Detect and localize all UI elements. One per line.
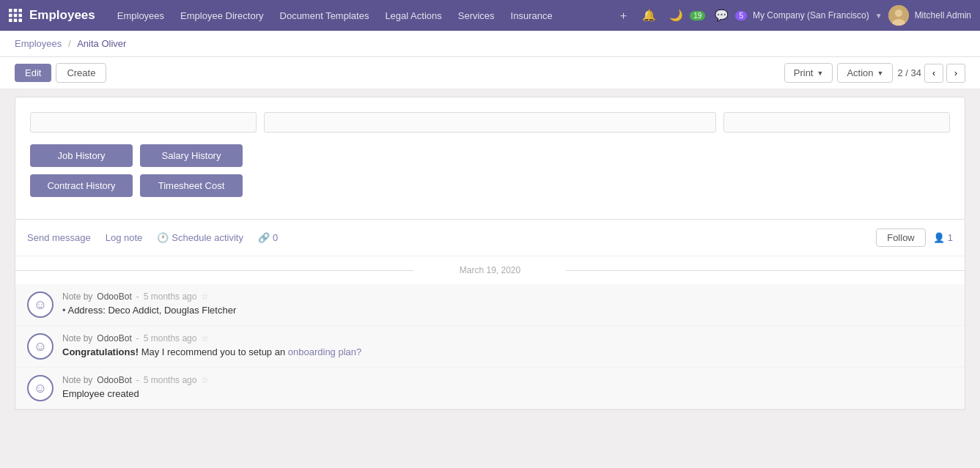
message-text: Employee created — [62, 388, 953, 399]
star-icon[interactable]: ☆ — [201, 375, 209, 385]
pagination-next-button[interactable]: › — [946, 64, 965, 83]
log-note-button[interactable]: Log note — [106, 232, 143, 243]
avatar: ☺ — [27, 333, 54, 360]
message-content: Employee created — [62, 388, 139, 399]
person-icon: 👤 — [933, 232, 945, 243]
top-menu: Employees Employee Directory Document Te… — [110, 6, 615, 26]
follow-button[interactable]: Follow — [876, 229, 926, 247]
svg-rect-5 — [19, 14, 23, 18]
bell-icon[interactable]: 🔔 — [638, 7, 660, 23]
bot-smile-icon: ☺ — [34, 339, 47, 354]
follower-count: 1 — [948, 232, 953, 243]
breadcrumb-parent[interactable]: Employees — [15, 38, 62, 49]
svg-point-10 — [895, 10, 902, 17]
breadcrumb: Employees / Anita Oliver — [0, 31, 980, 57]
message-text: Congratulations! May I recommend you to … — [62, 346, 953, 357]
message-prefix: Note by — [62, 333, 92, 343]
bot-smile-icon: ☺ — [34, 297, 47, 313]
add-icon[interactable]: ＋ — [614, 7, 633, 24]
form-field-stub-3 — [723, 112, 950, 133]
message-item: ☺ Note by OdooBot - 5 months ago ☆ Emplo… — [15, 368, 965, 409]
message-time: - — [136, 375, 139, 385]
company-selector[interactable]: My Company (San Francisco) — [753, 10, 869, 21]
grid-menu-icon[interactable] — [9, 9, 22, 22]
svg-rect-0 — [9, 9, 12, 12]
breadcrumb-current: Anita Oliver — [77, 38, 126, 49]
toolbar: Edit Create Print ▼ Action ▼ 2 / 34 ‹ › — [0, 57, 980, 89]
top-navigation: Employees Employees Employee Directory D… — [0, 0, 980, 31]
menu-document-templates[interactable]: Document Templates — [273, 6, 377, 26]
clock-icon: 🕐 — [157, 232, 169, 243]
create-button[interactable]: Create — [56, 63, 106, 83]
star-icon[interactable]: ☆ — [201, 291, 209, 302]
star-icon[interactable]: ☆ — [201, 333, 209, 343]
smart-buttons-row-1: Job History Salary History — [30, 144, 950, 167]
message-time-value: 5 months ago — [144, 333, 197, 343]
message-time-value: 5 months ago — [144, 291, 197, 302]
svg-rect-6 — [9, 19, 12, 23]
salary-history-button[interactable]: Salary History — [140, 144, 243, 167]
message-content: Address: Deco Addict, Douglas Fletcher — [67, 305, 236, 316]
chatter: Send message Log note 🕐 Schedule activit… — [15, 220, 965, 410]
app-name: Employees — [29, 8, 95, 23]
send-message-button[interactable]: Send message — [27, 232, 91, 243]
bullet-icon: • — [62, 305, 66, 316]
moon-icon[interactable]: 🌙 — [666, 7, 687, 23]
print-caret-icon: ▼ — [817, 70, 823, 77]
follower-badge: 👤 1 — [933, 232, 953, 243]
user-name: Mitchell Admin — [915, 10, 971, 21]
pagination: 2 / 34 ‹ › — [897, 64, 965, 83]
svg-rect-8 — [19, 19, 23, 23]
avatar: ☺ — [27, 291, 54, 318]
message-item: ☺ Note by OdooBot - 5 months ago ☆ Congr… — [15, 326, 965, 368]
chat-icon[interactable]: 💬 — [711, 7, 732, 23]
message-prefix: Note by — [62, 375, 92, 385]
breadcrumb-separator: / — [68, 38, 71, 49]
link-button[interactable]: 🔗 0 — [258, 232, 278, 243]
job-history-button[interactable]: Job History — [30, 144, 133, 167]
notification-badge-purple: 5 — [735, 11, 747, 21]
message-author: OdooBot — [97, 333, 131, 343]
menu-legal-actions[interactable]: Legal Actions — [377, 6, 449, 26]
message-item: ☺ Note by OdooBot - 5 months ago ☆ • Add… — [15, 284, 965, 326]
date-separator: March 19, 2020 — [15, 256, 965, 284]
menu-insurance[interactable]: Insurance — [504, 6, 560, 26]
message-time: - — [136, 333, 139, 343]
menu-employees[interactable]: Employees — [110, 6, 172, 26]
action-caret-icon: ▼ — [877, 70, 884, 77]
svg-rect-7 — [14, 19, 18, 23]
main-content: Job History Salary History Contract Hist… — [0, 97, 980, 410]
smart-buttons-row-2: Contract History Timesheet Cost — [30, 174, 950, 197]
menu-services[interactable]: Services — [451, 6, 502, 26]
record-card: Job History Salary History Contract Hist… — [15, 97, 965, 220]
onboarding-link[interactable]: onboarding plan? — [288, 346, 361, 357]
pagination-count: 2 / 34 — [897, 67, 921, 78]
message-body: Note by OdooBot - 5 months ago ☆ • Addre… — [62, 291, 953, 316]
message-prefix: Note by — [62, 291, 92, 302]
message-content: May I recommend you to setup an — [141, 346, 288, 357]
pagination-prev-button[interactable]: ‹ — [924, 64, 943, 83]
bot-smile-icon: ☺ — [34, 381, 47, 396]
print-button[interactable]: Print ▼ — [784, 63, 833, 83]
contract-history-button[interactable]: Contract History — [30, 174, 133, 197]
user-avatar[interactable] — [888, 5, 909, 26]
message-header: Note by OdooBot - 5 months ago ☆ — [62, 291, 953, 302]
message-body: Note by OdooBot - 5 months ago ☆ Congrat… — [62, 333, 953, 357]
message-header: Note by OdooBot - 5 months ago ☆ — [62, 375, 953, 385]
topnav-right: ＋ 🔔 🌙 19 💬 5 My Company (San Francisco) … — [614, 5, 971, 26]
timesheet-cost-button[interactable]: Timesheet Cost — [140, 174, 243, 197]
svg-rect-2 — [19, 9, 23, 12]
svg-rect-4 — [14, 14, 18, 18]
schedule-activity-button[interactable]: 🕐 Schedule activity — [157, 232, 243, 243]
svg-rect-1 — [14, 9, 18, 12]
message-author: OdooBot — [97, 291, 131, 302]
action-button[interactable]: Action ▼ — [837, 63, 893, 83]
edit-button[interactable]: Edit — [15, 64, 51, 82]
link-icon: 🔗 — [258, 232, 270, 243]
chatter-actions: Send message Log note 🕐 Schedule activit… — [15, 220, 965, 256]
message-body: Note by OdooBot - 5 months ago ☆ Employe… — [62, 375, 953, 399]
menu-employee-directory[interactable]: Employee Directory — [173, 6, 270, 26]
message-header: Note by OdooBot - 5 months ago ☆ — [62, 333, 953, 343]
company-caret-icon: ▼ — [875, 12, 883, 20]
svg-rect-3 — [9, 14, 12, 18]
